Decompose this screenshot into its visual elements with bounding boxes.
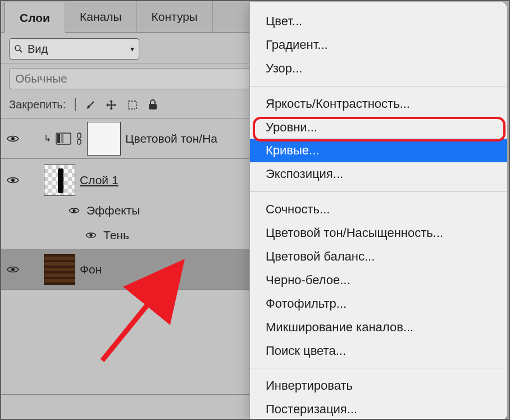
search-icon — [14, 44, 23, 53]
layer-thumb[interactable] — [44, 254, 75, 285]
menu-item-pattern[interactable]: Узор... — [250, 57, 507, 80]
adjustment-icon — [56, 133, 71, 145]
menu-separator — [250, 191, 507, 192]
menu-item-colorbalance[interactable]: Цветовой баланс... — [250, 245, 507, 268]
layer-mask-thumb[interactable] — [87, 122, 121, 156]
layer-name[interactable]: Цветовой тон/На — [125, 132, 217, 145]
chevron-down-icon: ▾ — [130, 44, 134, 53]
tab-layers[interactable]: Слои — [4, 2, 65, 33]
tab-paths[interactable]: Контуры — [137, 1, 213, 32]
layer-name[interactable]: Слой 1 — [80, 174, 119, 187]
filter-type-label: Вид — [28, 43, 48, 56]
svg-point-13 — [72, 209, 75, 212]
visibility-toggle[interactable] — [69, 207, 82, 214]
visibility-toggle[interactable] — [7, 176, 24, 185]
menu-item-color[interactable]: Цвет... — [250, 10, 507, 33]
lock-all-icon[interactable] — [148, 99, 158, 111]
menu-item-posterize[interactable]: Постеризация... — [250, 398, 507, 420]
svg-rect-11 — [64, 134, 67, 143]
svg-line-1 — [20, 50, 22, 52]
effect-shadow-label: Тень — [103, 229, 129, 242]
menu-item-vibrance[interactable]: Сочность... — [250, 198, 507, 221]
visibility-toggle[interactable] — [85, 231, 99, 239]
lock-brush-icon[interactable] — [85, 99, 96, 111]
lock-label: Закрепить: — [9, 98, 66, 111]
menu-separator — [250, 368, 507, 368]
menu-item-exposure[interactable]: Экспозиция... — [250, 162, 507, 186]
effects-label: Эффекты — [86, 204, 140, 217]
visibility-toggle[interactable] — [7, 265, 24, 274]
menu-item-bw[interactable]: Черно-белое... — [250, 268, 507, 292]
menu-item-colorlookup[interactable]: Поиск цвета... — [250, 339, 507, 363]
svg-point-0 — [15, 45, 20, 51]
blend-mode-label: Обычные — [15, 72, 67, 85]
svg-point-14 — [89, 234, 92, 236]
tab-channels[interactable]: Каналы — [65, 1, 137, 32]
lock-transparency-icon[interactable] — [75, 98, 76, 111]
layer-name[interactable]: Фон — [80, 263, 102, 276]
lock-artboard-icon[interactable] — [126, 99, 139, 111]
svg-point-7 — [11, 137, 15, 140]
filter-type-select[interactable]: Вид ▾ — [9, 38, 139, 60]
svg-rect-5 — [129, 101, 136, 109]
svg-rect-10 — [61, 134, 63, 143]
menu-item-curves[interactable]: Кривые... — [250, 139, 507, 162]
svg-rect-6 — [149, 104, 157, 109]
lock-move-icon[interactable] — [105, 99, 117, 111]
menu-item-gradient[interactable]: Градиент... — [250, 33, 507, 57]
menu-item-channelmixer[interactable]: Микширование каналов... — [250, 316, 507, 339]
menu-item-photofilter[interactable]: Фотофильтр... — [250, 292, 507, 316]
menu-item-invert[interactable]: Инвертировать — [250, 374, 507, 398]
adjustment-menu: Цвет... Градиент... Узор... Яркость/Конт… — [249, 1, 508, 420]
menu-item-brightness[interactable]: Яркость/Контрастность... — [250, 92, 507, 116]
svg-point-12 — [11, 179, 15, 182]
link-mask-icon[interactable] — [76, 132, 83, 145]
menu-item-hue[interactable]: Цветовой тон/Насыщенность... — [250, 221, 507, 245]
menu-separator — [250, 86, 507, 86]
svg-line-4 — [89, 102, 94, 106]
svg-point-15 — [11, 268, 15, 271]
menu-item-levels[interactable]: Уровни... — [250, 116, 507, 139]
layer-thumb[interactable] — [44, 165, 75, 196]
clip-indicator-icon: ↳ — [44, 133, 51, 144]
svg-rect-9 — [57, 134, 60, 143]
visibility-toggle[interactable] — [7, 134, 24, 143]
